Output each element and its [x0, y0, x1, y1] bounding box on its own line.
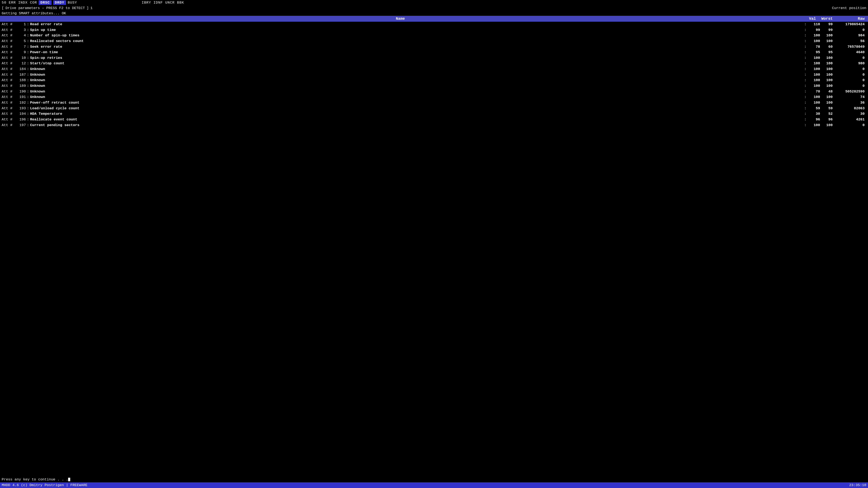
att-worst: 99	[820, 28, 833, 33]
att-raw: 179865424	[833, 22, 866, 27]
current-position-text: Current position	[832, 6, 866, 10]
table-row: Att # 192 : Power-off retract count : 10…	[0, 100, 868, 106]
table-row: Att # 7 : Seek error rate : 78 60 765780…	[0, 44, 868, 50]
att-label: Att #	[2, 78, 14, 83]
att-name: Spin-up retries	[30, 56, 803, 61]
att-num: 190	[14, 89, 26, 94]
att-name: Load/unload cycle count	[30, 106, 803, 111]
att-colon: :	[26, 123, 30, 128]
info-row: [ Drive parameters – PRESS F2 to DETECT …	[0, 5, 868, 11]
att-worst: 60	[820, 44, 833, 50]
att-raw: 30	[833, 111, 866, 117]
att-val: 100	[807, 33, 820, 38]
att-sep: :	[803, 56, 807, 61]
table-row: Att # 190 : Unknown : 70 48 505282590	[0, 89, 868, 95]
header-worst: Worst	[816, 17, 833, 21]
att-label: Att #	[2, 111, 14, 117]
att-num: 3	[14, 28, 26, 33]
table-row: Att # 3 : Spin up time : 99 99 0	[0, 27, 868, 33]
att-sep: :	[803, 100, 807, 105]
att-val: 78	[807, 44, 820, 50]
att-label: Att #	[2, 123, 14, 128]
table-row: Att # 189 : Unknown : 100 100 0	[0, 83, 868, 89]
top-bar: 50 ERR INDX COR DRSC DRDY BUSY IBRY IDNF…	[0, 0, 868, 5]
att-label: Att #	[2, 56, 14, 61]
att-raw: 0	[833, 78, 866, 83]
att-colon: :	[26, 106, 30, 111]
smart-status-text: Getting SMART attributes... OK	[2, 11, 66, 15]
att-worst: 96	[820, 117, 833, 122]
att-sep: :	[803, 111, 807, 117]
att-num: 194	[14, 111, 26, 117]
table-row: Att # 5 : Reallocated sectors count : 10…	[0, 38, 868, 44]
att-sep: :	[803, 50, 807, 55]
table-row: Att # 196 : Reallocate event count : 96 …	[0, 117, 868, 123]
att-val: 100	[807, 61, 820, 66]
att-worst: 100	[820, 100, 833, 105]
att-num: 10	[14, 56, 26, 61]
att-raw: 82063	[833, 106, 866, 111]
att-worst: 99	[820, 22, 833, 27]
att-val: 100	[807, 78, 820, 83]
att-raw: 0	[833, 56, 866, 61]
att-name: Current pending sectors	[30, 123, 803, 128]
att-colon: :	[26, 84, 30, 89]
att-sep: :	[803, 28, 807, 33]
att-worst: 100	[820, 56, 833, 61]
table-row: Att # 1 : Read error rate : 118 99 17986…	[0, 22, 868, 27]
drsc-label: DRSC	[39, 0, 52, 5]
att-sep: :	[803, 67, 807, 72]
att-colon: :	[26, 44, 30, 50]
table-row: Att # 188 : Unknown : 100 100 0	[0, 77, 868, 83]
att-num: 12	[14, 61, 26, 66]
table-row: Att # 12 : Start/stop count : 100 100 98…	[0, 61, 868, 66]
att-colon: :	[26, 95, 30, 100]
att-label: Att #	[2, 39, 14, 44]
att-name: Reallocate event count	[30, 117, 803, 122]
att-num: 197	[14, 123, 26, 128]
att-colon: :	[26, 117, 30, 122]
middle-indicator: 1	[90, 6, 93, 10]
att-worst: 100	[820, 78, 833, 83]
att-sep: :	[803, 78, 807, 83]
att-worst: 95	[820, 50, 833, 55]
att-worst: 100	[820, 39, 833, 44]
att-num: 187	[14, 72, 26, 77]
att-worst: 100	[820, 95, 833, 100]
att-sep: :	[803, 95, 807, 100]
att-colon: :	[26, 33, 30, 38]
att-val: 100	[807, 95, 820, 100]
att-raw: 0	[833, 72, 866, 77]
att-name: Power-on time	[30, 50, 803, 55]
att-sep: :	[803, 123, 807, 128]
att-colon: :	[26, 50, 30, 55]
att-worst: 100	[820, 33, 833, 38]
att-val: 100	[807, 84, 820, 89]
att-raw: 4640	[833, 50, 866, 55]
table-row: Att # 193 : Load/unload cycle count : 59…	[0, 106, 868, 111]
att-sep: :	[803, 39, 807, 44]
att-raw: 984	[833, 33, 866, 38]
att-label: Att #	[2, 106, 14, 111]
att-colon: :	[26, 56, 30, 61]
att-sep: :	[803, 106, 807, 111]
att-worst: 52	[820, 111, 833, 117]
att-colon: :	[26, 111, 30, 117]
att-colon: :	[26, 28, 30, 33]
att-name: Seek error rate	[30, 44, 803, 50]
top-bar-prefix: 50 ERR INDX COR	[2, 1, 37, 5]
att-name: Start/stop count	[30, 61, 803, 66]
att-raw: 980	[833, 61, 866, 66]
att-worst: 48	[820, 89, 833, 94]
status-row: Getting SMART attributes... OK	[0, 11, 868, 16]
att-label: Att #	[2, 28, 14, 33]
att-val: 118	[807, 22, 820, 27]
bottom-bar-time: 23:35:10	[849, 483, 866, 487]
att-worst: 100	[820, 123, 833, 128]
bottom-bar-left: MHDD 4.6 (c) Dmitry Postrigen | FREEWARE	[2, 483, 88, 487]
att-name: Unknown	[30, 72, 803, 77]
right-bracket: ]	[87, 6, 89, 10]
header-name: Name	[2, 17, 799, 21]
table-header: Name Val Worst Raw	[0, 16, 868, 22]
att-raw: 36	[833, 100, 866, 105]
